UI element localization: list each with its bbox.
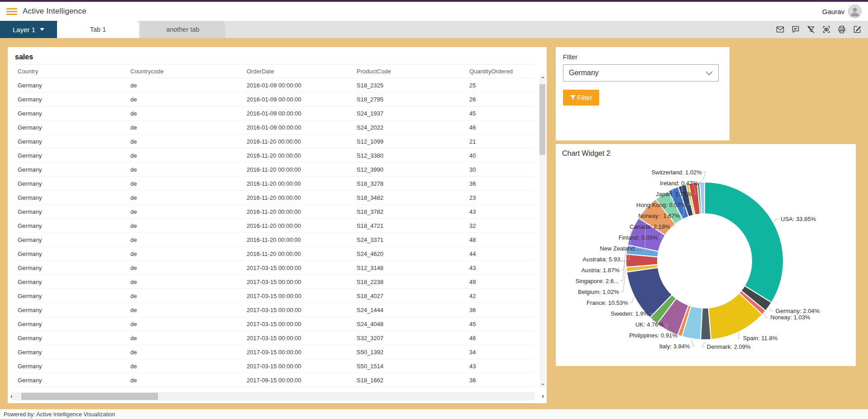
layer-selector-label: Layer 1 — [13, 26, 35, 34]
table-cell: 23 — [466, 191, 534, 205]
app-title: Active Intelligence — [23, 7, 86, 16]
table-cell: 46 — [466, 331, 534, 345]
table-cell: S24_2022 — [353, 120, 466, 135]
table-cell: 43 — [466, 261, 534, 275]
label-leader-line — [702, 341, 706, 347]
table-cell: S24_3371 — [353, 233, 466, 247]
mail-icon[interactable] — [775, 25, 785, 34]
table-cell: 45 — [466, 106, 534, 120]
table-cell: 2016-11-20 00:00:00 — [243, 205, 353, 219]
table-cell: 2016-11-20 00:00:00 — [243, 135, 353, 149]
avatar-icon[interactable] — [848, 5, 862, 18]
vertical-scrollbar[interactable]: ⌃ ⌄ — [539, 75, 545, 387]
table-row: Germanyde2017-03-15 00:00:00S24_144436 — [14, 303, 534, 317]
table-row: Germanyde2016-11-20 00:00:00S12_109921 — [14, 135, 534, 149]
table-cell: de — [127, 163, 243, 177]
table-cell: 2016-01-09 00:00:00 — [243, 120, 353, 135]
table-cell: de — [127, 261, 243, 275]
table-cell: S32_3207 — [353, 331, 466, 345]
table-cell: de — [127, 359, 243, 373]
table-cell: Germany — [14, 191, 127, 205]
table-cell: de — [127, 233, 243, 247]
footer: Powered by: Active Intelligence Visualiz… — [0, 409, 868, 419]
table-cell: S12_1099 — [353, 135, 466, 149]
table-cell: 34 — [466, 345, 534, 359]
filter-button-label: Filter — [577, 94, 592, 101]
table-cell: S12_3148 — [353, 261, 466, 275]
table-cell: 2017-03-15 00:00:00 — [243, 317, 353, 331]
slice-label: Belgium: 1.02% — [578, 289, 619, 295]
filter-select[interactable]: Germany — [563, 64, 719, 82]
edit-icon[interactable] — [852, 25, 862, 34]
hamburger-menu-icon[interactable] — [6, 8, 17, 15]
slice-label: Italy: 3.84% — [659, 343, 690, 350]
capture-icon[interactable] — [821, 25, 831, 34]
filter-label: FIlter — [563, 53, 722, 61]
table-cell: 2016-11-20 00:00:00 — [243, 191, 353, 205]
table-cell: S50_1514 — [353, 359, 466, 373]
table-row: Germanyde2016-11-20 00:00:00S24_462044 — [14, 247, 534, 261]
sales-table-widget: sales CountryCountrycodeOrderDateProduct… — [8, 47, 547, 403]
scroll-right-icon[interactable]: › — [542, 392, 544, 400]
table-row: Germanyde2016-01-09 00:00:00S18_279526 — [14, 92, 534, 106]
label-leader-line — [691, 339, 694, 346]
table-cell: 43 — [466, 205, 534, 219]
table-cell: S18_2795 — [353, 92, 466, 106]
toolbar — [775, 21, 862, 38]
user-menu[interactable]: Gaurav — [822, 5, 862, 18]
table-cell: de — [127, 331, 243, 345]
table-cell: 36 — [466, 177, 534, 191]
tab-another-tab[interactable]: another tab — [140, 21, 225, 38]
scroll-down-icon[interactable]: ⌄ — [540, 380, 545, 386]
table-cell: 2016-11-20 00:00:00 — [243, 219, 353, 233]
table-cell: S18_2325 — [353, 78, 466, 92]
table-header-row: CountryCountrycodeOrderDateProductCodeQu… — [14, 65, 534, 78]
scroll-left-icon[interactable]: ‹ — [10, 393, 12, 399]
table-cell: de — [127, 275, 243, 289]
table-cell: de — [127, 317, 243, 331]
table-cell: de — [127, 135, 243, 149]
print-icon[interactable] — [837, 25, 846, 34]
tab-bar: Layer 1 Tab 1 another tab — [0, 21, 868, 38]
filter-off-icon[interactable] — [806, 25, 816, 34]
column-header: QuantityOrdered — [466, 65, 534, 78]
chart-title: Chart Widget 2 — [556, 144, 856, 158]
label-leader-line — [765, 313, 768, 318]
table-row: Germanyde2016-01-09 00:00:00S24_202246 — [14, 120, 534, 135]
table-cell: de — [127, 149, 243, 163]
table-row: Germanyde2016-11-20 00:00:00S18_378243 — [14, 205, 534, 219]
table-row: Germanyde2016-11-20 00:00:00S12_338040 — [14, 149, 534, 163]
scroll-up-icon[interactable]: ⌃ — [540, 76, 545, 82]
table-cell: S24_4620 — [353, 247, 466, 261]
table-cell: S12_3990 — [353, 163, 466, 177]
slice-label: France: 10.53% — [587, 299, 628, 306]
table-cell: Germany — [14, 317, 127, 331]
table-cell: 2017-03-15 00:00:00 — [243, 289, 353, 303]
slice-label: Switzerland: 1.02% — [652, 169, 702, 176]
table-cell: 2016-11-20 00:00:00 — [243, 233, 353, 247]
filter-button[interactable]: Filter — [563, 90, 599, 106]
tab-tab-1[interactable]: Tab 1 — [57, 21, 139, 38]
slice-label: Hong Kong: 0.57% — [636, 202, 686, 208]
table-cell: de — [127, 177, 243, 191]
table-cell: 2016-11-20 00:00:00 — [243, 163, 353, 177]
table-row: Germanyde2016-11-20 00:00:00S18_348223 — [14, 191, 534, 205]
table-cell: S18_3782 — [353, 205, 466, 219]
layer-selector[interactable]: Layer 1 — [0, 21, 57, 38]
table-row: Germanyde2017-03-15 00:00:00S24_404845 — [14, 317, 534, 331]
table-cell: de — [127, 303, 243, 317]
comment-icon[interactable] — [791, 25, 800, 34]
table-cell: 2017-03-15 00:00:00 — [243, 331, 353, 345]
table-cell: S18_3278 — [353, 177, 466, 191]
table-cell: 2016-01-09 00:00:00 — [243, 92, 353, 106]
table-cell: de — [127, 219, 243, 233]
donut-slice-usa[interactable] — [705, 182, 783, 303]
table-cell: 2017-03-15 00:00:00 — [243, 345, 353, 359]
table-cell: 2016-01-09 00:00:00 — [243, 78, 353, 92]
table-cell: de — [127, 191, 243, 205]
horizontal-scroll-thumb[interactable] — [21, 393, 158, 400]
table-cell: Germany — [14, 345, 127, 359]
horizontal-scrollbar[interactable]: ‹ — [11, 392, 535, 400]
slice-label: Sweden: 1.9% — [611, 310, 649, 317]
vertical-scroll-thumb[interactable] — [539, 84, 545, 155]
